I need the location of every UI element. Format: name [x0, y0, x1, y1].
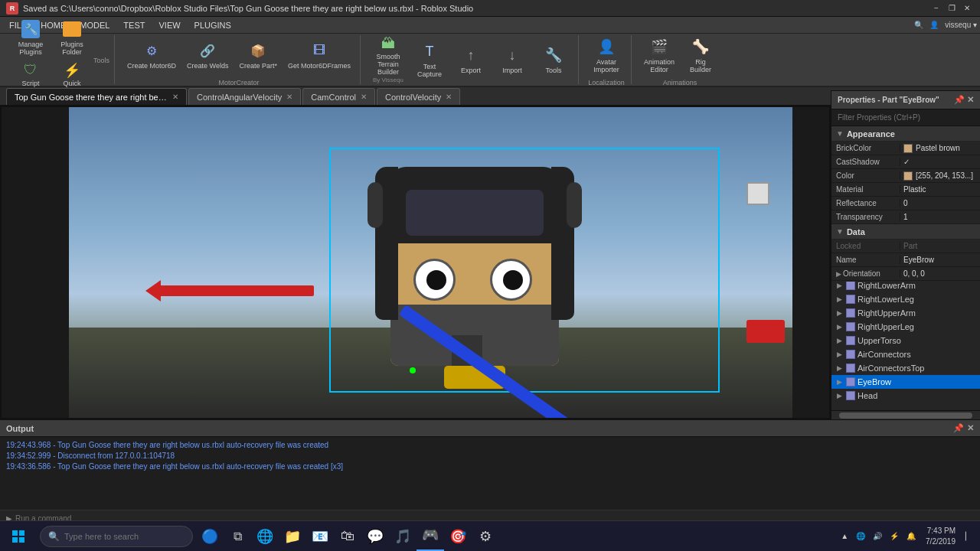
props-close-button[interactable]: ✕	[967, 95, 974, 104]
tab-control-velocity[interactable]: ControlVelocity ✕	[377, 88, 460, 105]
explorer-item-rightupperarm[interactable]: ▶ RightUpperArm	[831, 306, 980, 320]
explorer-item-label: RightLowerArm	[858, 281, 977, 290]
explorer-item-airconnectorstop[interactable]: ▶ AirConnectorsTop	[831, 361, 980, 375]
explorer-arrow: ▶	[835, 308, 844, 318]
tray-arrow[interactable]: ▲	[838, 532, 851, 540]
prop-locked[interactable]: Locked Part	[831, 240, 980, 253]
explorer-item-label: RightUpperLeg	[858, 322, 977, 331]
taskbar-store[interactable]: 🛍	[334, 521, 361, 552]
explorer-scrollbar-x[interactable]	[831, 410, 980, 419]
taskbar-app3[interactable]: 🎯	[444, 521, 472, 552]
user-label[interactable]: vissequ ▾	[945, 21, 977, 29]
tab-control-velocity-close[interactable]: ✕	[446, 93, 452, 101]
viewport[interactable]	[0, 106, 831, 419]
explorer-item-label: UpperTorso	[858, 336, 977, 345]
tab-control-angular[interactable]: ControlAngularVelocity ✕	[188, 88, 301, 105]
props-section-appearance[interactable]: ▼ Appearance	[831, 126, 980, 142]
props-filter-input[interactable]	[831, 109, 980, 126]
prop-reflectance[interactable]: Reflectance 0	[831, 197, 980, 210]
rig-builder-button[interactable]: 🦴 RigBuilder	[681, 33, 720, 77]
output-panel: Output 📌 ✕ 19:24:43.968 - Top Gun Goose …	[0, 419, 980, 527]
manage-plugins-button[interactable]: 🔧 ManagePlugins	[11, 15, 51, 60]
prop-castshadow[interactable]: CastShadow ✓	[831, 155, 980, 169]
animation-editor-button[interactable]: 🎬 AnimationEditor	[639, 33, 679, 77]
tray-volume[interactable]: 🔊	[871, 532, 884, 540]
explorer-part-icon	[845, 280, 856, 291]
smooth-terrain-button[interactable]: 🏔 Smooth TerrainBuilder By Vissequ	[368, 37, 408, 82]
taskbar: 🔍 🔵 ⧉ 🌐 📁 📧 🛍 💬 🎵 🎮 🎯 ⚙ ▲ 🌐 🔊 ⚡ 🔔 7:43 P…	[0, 520, 980, 551]
output-pin-button[interactable]: 📌	[953, 423, 964, 433]
explorer-item-label: AirConnectors	[858, 350, 977, 359]
explorer-arrow: ▶	[835, 281, 844, 290]
white-cube	[746, 182, 769, 205]
explorer-item-eyebrow[interactable]: ▶ EyeBrow	[831, 375, 980, 389]
taskbar-app4[interactable]: ⚙	[472, 521, 499, 552]
create-motor6d-button[interactable]: ⚙ Create Motor6D	[122, 33, 181, 77]
restore-button[interactable]: ❐	[945, 2, 959, 15]
tab-cam-control[interactable]: CamControl ✕	[302, 88, 375, 105]
tab-cam-control-close[interactable]: ✕	[361, 93, 367, 101]
prop-brickcolor[interactable]: BrickColor Pastel brown	[831, 142, 980, 155]
start-button[interactable]	[0, 521, 37, 552]
output-line-1: 19:24:43.968 - Top Gun Goose there they …	[6, 440, 974, 451]
taskbar-app1[interactable]: 💬	[361, 521, 389, 552]
explorer-item-head[interactable]: ▶ Head	[831, 389, 980, 403]
explorer-part-icon	[845, 308, 856, 318]
text-capture-button[interactable]: T TextCapture	[410, 37, 449, 82]
props-pin-button[interactable]: 📌	[954, 95, 965, 104]
tray-network[interactable]: 🌐	[854, 532, 867, 540]
explorer-part-icon	[845, 321, 856, 332]
taskbar-explorer[interactable]: 📁	[279, 521, 306, 552]
props-section-data[interactable]: ▼ Data	[831, 224, 980, 240]
tray-battery[interactable]: ⚡	[887, 532, 901, 540]
avatar-importer-button[interactable]: 👤 AvatarImporter	[586, 33, 626, 77]
taskbar-edge[interactable]: 🌐	[251, 521, 279, 552]
taskbar-search[interactable]: 🔍	[40, 526, 193, 547]
explorer-item-uppertorso[interactable]: ▶ UpperTorso	[831, 334, 980, 347]
prop-transparency[interactable]: Transparency 1	[831, 210, 980, 224]
scrollbar-thumb[interactable]	[839, 412, 972, 419]
search-input[interactable]	[64, 532, 185, 541]
menu-plugins[interactable]: PLUGINS	[188, 19, 237, 31]
red-arrow-head-left	[145, 280, 161, 302]
character-container	[375, 167, 574, 412]
clock[interactable]: 7:43 PM 7/2/2019	[921, 526, 960, 547]
properties-panel: Properties - Part "EyeBrow" 📌 ✕ ▼ Appear…	[831, 90, 980, 282]
prop-parent[interactable]: Parent Maverick	[831, 281, 980, 282]
prop-color[interactable]: Color [255, 204, 153...]	[831, 169, 980, 183]
explorer-arrow: ▶	[835, 295, 844, 304]
show-desktop[interactable]: ▏	[963, 532, 974, 540]
taskbar-roblox[interactable]: 🎮	[416, 521, 444, 552]
taskbar-app2[interactable]: 🎵	[389, 521, 416, 552]
taskbar-mail[interactable]: 📧	[306, 521, 334, 552]
create-welds-button[interactable]: 🔗 Create Welds	[182, 33, 233, 77]
tab-main[interactable]: Top Gun Goose there they are right below…	[6, 88, 187, 105]
taskbar-cortana[interactable]: 🔵	[196, 521, 224, 552]
get-motor6d-frames-button[interactable]: 🎞 Get Motor6DFrames	[283, 33, 355, 77]
plugins-folder-button[interactable]: PluginsFolder	[52, 15, 92, 60]
props-list: ▼ Appearance BrickColor Pastel brown Cas…	[831, 126, 980, 282]
menu-view[interactable]: VIEW	[152, 19, 186, 31]
tab-main-close[interactable]: ✕	[172, 93, 178, 101]
tools-button[interactable]: 🔧 Tools	[534, 37, 573, 82]
create-part-button[interactable]: 📦 Create Part*	[234, 33, 282, 77]
toolbar-group-localization: 👤 AvatarImporter Localization	[582, 35, 632, 84]
close-button[interactable]: ✕	[960, 2, 974, 15]
output-close-button[interactable]: ✕	[967, 423, 974, 433]
taskbar-taskview[interactable]: ⧉	[224, 521, 251, 552]
tray-notifications[interactable]: 🔔	[904, 532, 918, 540]
import-button[interactable]: ↓ Import	[492, 37, 532, 82]
toolbar: 🔧 ManagePlugins PluginsFolder 🛡	[0, 34, 980, 87]
windows-icon	[11, 530, 25, 543]
prop-name[interactable]: Name EyeBrow	[831, 253, 980, 267]
explorer-item-airconnectors[interactable]: ▶ AirConnectors	[831, 347, 980, 361]
minimize-button[interactable]: −	[929, 2, 943, 15]
explorer-item-rightlowerleg[interactable]: ▶ RightLowerLeg	[831, 292, 980, 306]
explorer-item-rightupperleg[interactable]: ▶ RightUpperLeg	[831, 320, 980, 334]
properties-header: Properties - Part "EyeBrow" 📌 ✕	[831, 91, 980, 109]
prop-orientation[interactable]: ▶ Orientation 0, 0, 0	[831, 267, 980, 281]
tab-control-angular-close[interactable]: ✕	[286, 93, 292, 101]
prop-material[interactable]: Material Plastic	[831, 183, 980, 197]
export-button[interactable]: ↑ Export	[451, 37, 491, 82]
menu-test[interactable]: TEST	[117, 19, 151, 31]
